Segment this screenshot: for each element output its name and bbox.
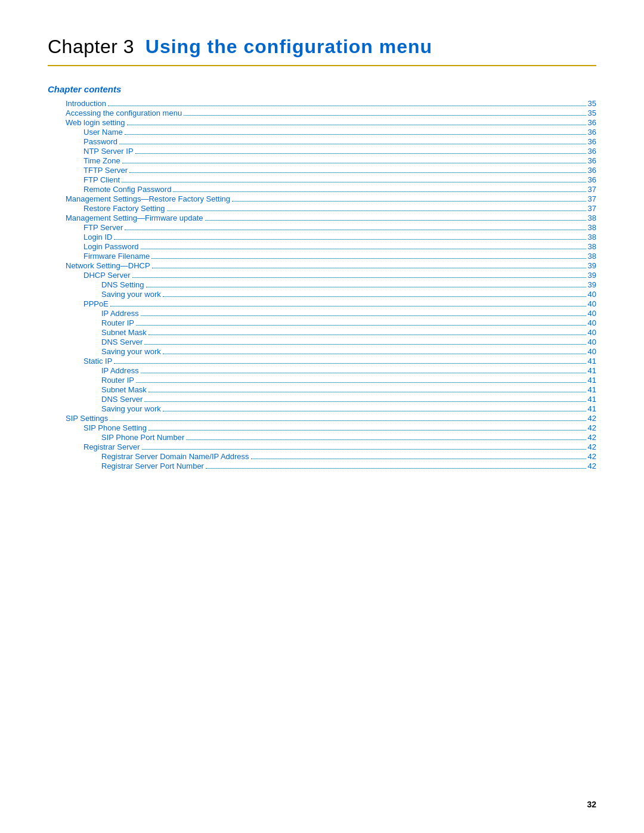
toc-item: Static IP 41 (48, 357, 596, 366)
toc-page: 38 (588, 252, 596, 261)
toc-dots (206, 468, 586, 469)
toc-label: NTP Server IP (48, 147, 134, 156)
toc-dots (135, 153, 586, 154)
toc-label: FTP Server (48, 223, 123, 232)
toc-dots (251, 459, 586, 459)
toc-page: 40 (588, 309, 596, 318)
toc-dots (142, 449, 586, 450)
toc-dots (144, 401, 586, 402)
toc-dots (144, 344, 586, 345)
toc-label: Router IP (48, 376, 134, 385)
toc-label: Firmware Filename (48, 252, 150, 261)
toc-dots (146, 287, 586, 287)
toc-item: SIP Phone Setting 42 (48, 423, 596, 432)
toc-dots (205, 220, 586, 221)
toc-page: 41 (588, 404, 596, 413)
toc-item: SIP Settings 42 (48, 414, 596, 423)
toc-page: 42 (588, 423, 596, 432)
toc-dots (163, 296, 586, 297)
toc-label: IP Address (48, 309, 139, 318)
toc-label: TFTP Server (48, 166, 128, 175)
toc-label: Login ID (48, 233, 112, 241)
toc-label: Subnet Mask (48, 385, 147, 394)
toc-dots (125, 134, 586, 135)
chapter-header: Chapter 3 Using the configuration menu (48, 36, 596, 66)
toc-item: Login Password 38 (48, 242, 596, 251)
toc-page: 40 (588, 318, 596, 327)
toc-page: 36 (588, 166, 596, 175)
toc-item: Login ID 38 (48, 233, 596, 241)
toc-page: 36 (588, 118, 596, 127)
toc-item: DNS Server 40 (48, 337, 596, 346)
toc-item: Network Setting—DHCP 39 (48, 261, 596, 270)
toc-page: 36 (588, 147, 596, 156)
toc-label: Registrar Server Port Number (48, 462, 204, 470)
toc-page: 37 (588, 204, 596, 213)
toc-page: 40 (588, 337, 596, 346)
toc-dots (151, 258, 586, 259)
toc-label: Remote Config Password (48, 185, 171, 194)
toc-dots (173, 191, 586, 192)
toc-dots (127, 125, 586, 125)
toc-dots (184, 115, 586, 116)
toc-label: Static IP (48, 357, 112, 366)
toc-item: Saving your work 40 (48, 347, 596, 356)
toc-item: PPPoE 40 (48, 299, 596, 308)
toc-dots (148, 392, 586, 392)
toc-label: User Name (48, 128, 123, 137)
toc-page: 38 (588, 213, 596, 222)
toc-label: SIP Phone Setting (48, 423, 147, 432)
toc-label: Registrar Server Domain Name/IP Address (48, 452, 249, 461)
toc-page: 41 (588, 376, 596, 385)
toc-label: Network Setting—DHCP (48, 261, 150, 270)
toc-dots (141, 315, 586, 316)
toc-label: Accessing the configuration menu (48, 109, 182, 117)
toc-item: Firmware Filename 38 (48, 252, 596, 261)
toc-item: FTP Client 36 (48, 175, 596, 184)
toc-page: 40 (588, 347, 596, 356)
toc-item: DNS Server 41 (48, 395, 596, 404)
toc-dots (110, 306, 586, 306)
toc-item: Registrar Server 42 (48, 442, 596, 451)
toc-dots (119, 144, 586, 144)
toc-item: Management Settings—Restore Factory Sett… (48, 194, 596, 203)
toc-item: TFTP Server 36 (48, 166, 596, 175)
page-number: 32 (587, 800, 596, 809)
toc-item: Registrar Server Port Number 42 (48, 462, 596, 470)
toc-item: Saving your work 40 (48, 290, 596, 299)
toc-label: Subnet Mask (48, 328, 147, 337)
toc-dots (163, 411, 586, 411)
toc-page: 41 (588, 357, 596, 366)
toc-page: 38 (588, 233, 596, 241)
toc-dots (163, 354, 586, 354)
toc-page: 40 (588, 299, 596, 308)
toc-item: Saving your work 41 (48, 404, 596, 413)
toc-label: Registrar Server (48, 442, 140, 451)
toc-page: 36 (588, 156, 596, 165)
toc-page: 41 (588, 366, 596, 375)
toc-label: SIP Phone Port Number (48, 433, 184, 442)
toc-label: Saving your work (48, 347, 161, 356)
toc-label: Router IP (48, 318, 134, 327)
toc-label: Time Zone (48, 156, 120, 165)
toc-section: Chapter contents Introduction 35 Accessi… (48, 84, 596, 470)
toc-page: 39 (588, 261, 596, 270)
toc-item: DNS Setting 39 (48, 280, 596, 289)
chapter-title: Chapter 3 Using the configuration menu (48, 36, 596, 58)
toc-item: Password 36 (48, 137, 596, 146)
toc-item: Subnet Mask 40 (48, 328, 596, 337)
toc-label: DNS Server (48, 337, 143, 346)
toc-dots (114, 363, 586, 364)
toc-item: User Name 36 (48, 128, 596, 137)
toc-label: DHCP Server (48, 271, 131, 280)
toc-item: Time Zone 36 (48, 156, 596, 165)
toc-dots (148, 430, 586, 431)
toc-dots (152, 268, 586, 268)
toc-label: FTP Client (48, 175, 120, 184)
toc-page: 42 (588, 414, 596, 423)
toc-item: SIP Phone Port Number 42 (48, 433, 596, 442)
toc-page: 42 (588, 433, 596, 442)
toc-dots (129, 172, 586, 173)
toc-label: Saving your work (48, 404, 161, 413)
toc-page: 41 (588, 385, 596, 394)
